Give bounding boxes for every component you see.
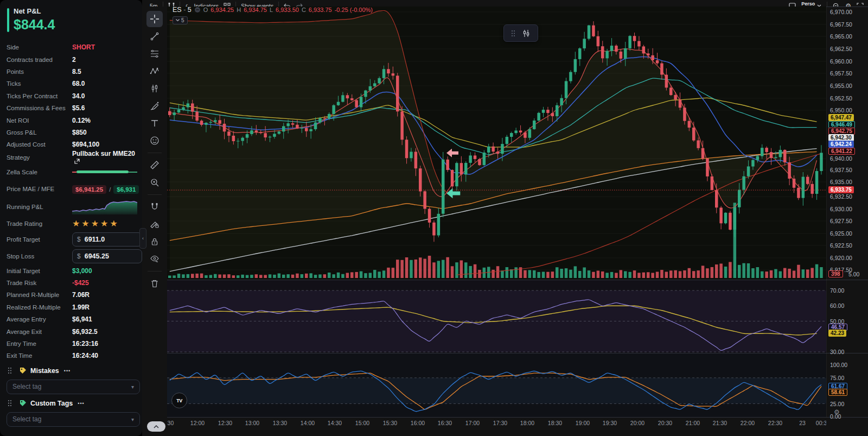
tradingview-logo[interactable]: TV [171,393,187,408]
drag-handle-icon[interactable] [8,367,12,374]
floating-object-toolbar[interactable] [503,24,538,42]
high-value: 6,934.75 [244,7,267,13]
trading-journal-app: Net P&L $844.4 SideSHORT Contracts trade… [0,0,868,436]
price-tick: 6,937.50 [830,167,852,173]
axis-settings-gear-icon[interactable]: ⚙ [834,408,840,416]
ruler-tool-button[interactable] [146,157,163,173]
row-running-pnl: Running P&L [0,198,142,216]
zoom-in-tool-button[interactable] [146,174,163,191]
price-tick: 6,960.00 [830,58,852,65]
price-tick: 6,950.00 [830,107,852,113]
price-tick: 5.00 [848,271,859,277]
time-label: 14:00 [301,420,315,426]
custom-tags-select[interactable]: Select tag ▾ [7,412,140,427]
drawing-toolbar [142,7,167,436]
hide-series-icon[interactable] [194,7,201,13]
row-trade-risk: Trade Risk-$425 [0,277,142,289]
sidebar-collapse-button[interactable]: ‹ [139,228,146,249]
net-pnl-accent-bar [7,8,9,32]
crosshair-tool-button[interactable] [146,11,163,27]
fullscreen-icon[interactable] [857,3,864,7]
row-average-entry: Average Entry$6,941 [0,313,142,325]
time-label: 15:00 [355,420,369,426]
time-label: 20:30 [658,420,672,426]
time-label: 16:00 [411,420,425,426]
time-label: 22:30 [768,420,782,426]
row-average-exit: Average Exit$6,932.5 [0,325,142,337]
zella-scale-gauge [72,170,137,174]
price-tick: 6,962.50 [830,46,852,52]
row-profit-target: Profit Target $6911.0 [0,231,142,248]
time-axis[interactable]: :3012:0012:3013:0013:3014:0014:3015:0015… [167,418,826,429]
row-zella-scale: Zella Scale [0,164,142,180]
mistakes-tag-icon [20,367,27,374]
price-badge: 42.23 [828,330,846,337]
price-tick: 100.00 [830,362,847,368]
snapshot-icon[interactable] [789,3,796,7]
custom-tags-section-header: Custom Tags ••• [0,396,142,410]
timeframe-button[interactable]: 5m [150,3,158,7]
forecast-tool-button[interactable] [146,80,163,97]
hide-drawings-button[interactable] [146,251,163,267]
collapsed-indicators-chip[interactable]: 5 [173,16,188,24]
time-label: 22:00 [741,420,755,426]
symbol-name[interactable]: ES - 5 [173,6,192,14]
price-chart-canvas[interactable] [167,7,826,417]
price-badge: 398 [828,270,843,277]
row-side: SideSHORT [0,41,142,53]
mistakes-menu-icon[interactable]: ••• [64,368,71,374]
custom-tags-menu-icon[interactable]: ••• [78,401,84,406]
brush-tool-button[interactable] [146,98,163,114]
search-icon[interactable] [833,3,840,7]
price-tick: 6,927.50 [830,218,852,224]
mistakes-section-header: Mistakes ••• [0,364,142,378]
time-label: 19:00 [576,420,590,426]
time-label: 19:30 [603,420,617,426]
fib-retracement-tool-button[interactable] [146,46,163,62]
zella-scale-high-segment [129,172,137,173]
settings-sliders-icon[interactable] [522,29,531,37]
row-commissions: Commissions & Fees$5.6 [0,102,142,114]
price-tick: 6,930.00 [830,206,852,212]
price-tick: 6,952.50 [830,95,852,102]
lock-all-drawings-button[interactable] [146,233,163,250]
delete-drawings-button[interactable] [146,275,163,292]
drag-handle-icon[interactable] [8,400,12,407]
custom-tags-tag-icon [20,400,27,407]
net-pnl-label: Net P&L [14,7,142,15]
price-tick: 70.00 [830,287,844,294]
pattern-tool-button[interactable] [146,63,163,79]
time-label: 21:00 [686,420,700,426]
trend-line-tool-button[interactable] [146,28,163,45]
drawing-mode-lock-icon[interactable] [146,216,163,232]
time-label: 00:30 [816,420,826,426]
pane-divider[interactable] [167,353,868,353]
price-tick: 6,957.50 [830,70,852,77]
drag-handle-icon[interactable] [511,30,515,37]
stop-loss-input[interactable]: $6945.25 [72,249,142,263]
pane-divider[interactable] [167,280,868,280]
price-tick: 6,922.50 [830,242,852,249]
trade-stats-list: SideSHORT Contracts traded2 Points8.5 Ti… [0,41,142,362]
price-axis[interactable]: 6,970.006,967.506,965.006,962.506,960.00… [826,7,868,417]
mistakes-tag-select[interactable]: Select tag ▾ [7,380,140,394]
layout-save-button[interactable]: PersoSave [801,2,821,7]
magnet-tool-button[interactable] [146,199,163,215]
row-exit-time: Exit Time16:24:40 [0,350,142,362]
toolbar-scroll-up-button[interactable] [147,421,165,432]
time-label: 18:00 [520,420,534,426]
gear-icon[interactable]: ⚙ [845,2,851,7]
price-tick: 25.00 [830,401,844,407]
external-link-icon[interactable] [74,159,80,164]
star-rating[interactable]: ★★★★★ [72,218,119,229]
strategy-link[interactable]: Pullback sur MME20 [72,150,142,165]
change-value: -0.25 (-0.00%) [335,7,373,13]
price-badge: 6,947.47 [828,114,854,121]
emoji-tool-button[interactable] [146,132,163,149]
net-pnl-block: Net P&L $844.4 [0,0,142,33]
price-tick: 6,967.50 [830,21,852,28]
row-ticks: Ticks68.0 [0,78,142,90]
profit-target-input[interactable]: $6911.0 [72,232,142,247]
row-adjusted-cost: Adjusted Cost$694,100 [0,138,142,150]
text-tool-button[interactable] [146,115,163,131]
